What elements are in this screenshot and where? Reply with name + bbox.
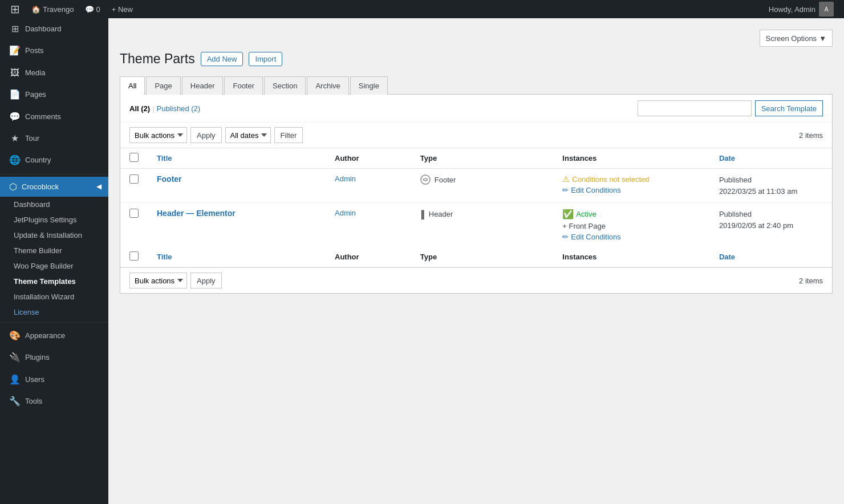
- tab-archive[interactable]: Archive: [307, 76, 348, 95]
- sidebar-item-theme-templates[interactable]: Theme Templates: [0, 274, 108, 289]
- sidebar-label-pages: Pages: [25, 90, 46, 100]
- row-author-footer: Admin: [326, 169, 411, 203]
- sidebar-label-media: Media: [25, 68, 45, 78]
- sidebar-item-update-install[interactable]: Update & Installation: [0, 227, 108, 243]
- sidebar-item-jetplugins[interactable]: JetPlugins Settings: [0, 212, 108, 227]
- sidebar-item-comments[interactable]: 💬 Comments: [0, 106, 108, 128]
- howdy-button[interactable]: Howdy, Admin A: [764, 0, 838, 18]
- table-footer-row: Title Author Type Instances Date: [120, 247, 832, 267]
- sidebar-divider-2: [0, 322, 108, 323]
- screen-options-label: Screen Options: [766, 34, 817, 43]
- sidebar-item-country[interactable]: 🌐 Country: [0, 149, 108, 171]
- sidebar-label-tour: Tour: [25, 133, 39, 144]
- tfoot-th-type: Type: [411, 247, 554, 267]
- media-icon: 🖼: [9, 67, 21, 79]
- row-instances-footer: ⚠ Conditions not selected ✏ Edit Conditi…: [553, 169, 710, 203]
- main-content: Screen Options ▼ Theme Parts Add New Imp…: [108, 18, 844, 504]
- sidebar-item-pages[interactable]: 📄 Pages: [0, 84, 108, 105]
- filter-all-link[interactable]: All (2): [129, 104, 150, 113]
- row-title-link-header[interactable]: Header — Elementor: [157, 209, 236, 218]
- sidebar-item-plugins[interactable]: 🔌 Plugins: [0, 347, 108, 368]
- search-input[interactable]: [638, 100, 752, 116]
- sidebar-label-appearance: Appearance: [25, 331, 65, 341]
- add-new-button[interactable]: Add New: [201, 52, 244, 66]
- check-icon: ✅: [562, 209, 574, 220]
- sidebar-item-tools[interactable]: 🔧 Tools: [0, 391, 108, 412]
- screen-options-bar: Screen Options ▼: [120, 30, 833, 47]
- tfoot-th-title[interactable]: Title: [148, 247, 326, 267]
- wp-logo-button[interactable]: ⊞: [6, 0, 25, 18]
- search-template-button[interactable]: Search Template: [755, 100, 823, 116]
- comments-count: 0: [96, 5, 100, 14]
- author-link-footer[interactable]: Admin: [335, 174, 356, 183]
- sidebar-item-media[interactable]: 🖼 Media: [0, 62, 108, 84]
- type-icon-footer: Footer: [420, 174, 456, 185]
- tab-page[interactable]: Page: [146, 76, 180, 95]
- row-date-footer: Published 2022/03/25 at 11:03 am: [710, 169, 832, 203]
- import-button[interactable]: Import: [249, 52, 282, 66]
- sidebar-item-appearance[interactable]: 🎨 Appearance: [0, 325, 108, 347]
- comments-icon: 💬: [9, 111, 21, 123]
- select-all-footer-checkbox[interactable]: [129, 251, 139, 261]
- row-type-header: ‖ Header: [411, 203, 554, 247]
- comment-icon: 💬: [85, 5, 94, 14]
- tab-single[interactable]: Single: [350, 76, 388, 95]
- dashboard-icon: ⊞: [9, 23, 21, 35]
- row-select-footer[interactable]: [129, 174, 139, 184]
- sidebar-item-users[interactable]: 👤 Users: [0, 369, 108, 391]
- page-header: Theme Parts Add New Import: [120, 51, 833, 67]
- edit-conditions-link-footer[interactable]: ✏ Edit Conditions: [562, 186, 701, 194]
- chevron-left-icon: ◀: [96, 182, 102, 190]
- th-type: Type: [411, 148, 554, 169]
- sidebar-item-tour[interactable]: ★ Tour: [0, 128, 108, 149]
- author-link-header[interactable]: Admin: [335, 209, 356, 217]
- bulk-actions-select[interactable]: Bulk actions: [129, 127, 187, 143]
- comments-button[interactable]: 💬 0: [80, 0, 104, 18]
- row-type-footer: Footer: [411, 169, 554, 203]
- site-name-label: Travengo: [43, 5, 74, 14]
- row-title-link-footer[interactable]: Footer: [157, 174, 182, 184]
- select-all-checkbox[interactable]: [129, 153, 139, 162]
- tab-all[interactable]: All: [120, 76, 145, 95]
- crocoblock-submenu: Dashboard JetPlugins Settings Update & I…: [0, 197, 108, 320]
- tab-section[interactable]: Section: [264, 76, 306, 95]
- site-name-button[interactable]: 🏠 Travengo: [27, 0, 78, 18]
- edit-conditions-link-header[interactable]: ✏ Edit Conditions: [562, 233, 701, 241]
- instances-active-header: ✅ Active: [562, 209, 701, 220]
- top-toolbar: Bulk actions Apply All dates Filter 2 it…: [120, 123, 832, 148]
- row-checkbox-footer: [120, 169, 148, 203]
- sidebar-item-theme-builder[interactable]: Theme Builder: [0, 243, 108, 258]
- row-title-cell-header: Header — Elementor: [148, 203, 326, 247]
- sidebar-item-license[interactable]: License: [0, 304, 108, 320]
- date-filter-select[interactable]: All dates: [225, 127, 271, 143]
- bulk-apply-button[interactable]: Apply: [190, 127, 222, 143]
- th-checkbox: [120, 148, 148, 169]
- sidebar-item-cb-dashboard[interactable]: Dashboard: [0, 197, 108, 212]
- sidebar-item-woo-page-builder[interactable]: Woo Page Builder: [0, 258, 108, 274]
- tfoot-th-date[interactable]: Date: [710, 247, 832, 267]
- crocoblock-section-header[interactable]: ⬡ Crocoblock ◀: [0, 177, 108, 197]
- bottom-bulk-actions-select[interactable]: Bulk actions: [129, 273, 187, 288]
- avatar: A: [819, 2, 834, 17]
- th-title[interactable]: Title: [148, 148, 326, 169]
- sidebar-item-install-wizard[interactable]: Installation Wizard: [0, 289, 108, 304]
- sidebar-item-dashboard[interactable]: ⊞ Dashboard: [0, 18, 108, 40]
- tab-footer[interactable]: Footer: [224, 76, 263, 95]
- warning-icon: ⚠: [562, 174, 570, 184]
- sidebar-label-tools: Tools: [25, 396, 42, 407]
- new-label: + New: [112, 5, 133, 14]
- th-date[interactable]: Date: [710, 148, 832, 169]
- screen-options-button[interactable]: Screen Options ▼: [760, 30, 833, 47]
- filter-published-link[interactable]: Published (2): [157, 104, 201, 113]
- new-button[interactable]: + New: [107, 0, 137, 18]
- filter-divider: |: [152, 104, 154, 113]
- posts-icon: 📝: [9, 44, 21, 57]
- filter-button[interactable]: Filter: [274, 127, 303, 143]
- tfoot-checkbox: [120, 247, 148, 267]
- plugins-icon: 🔌: [9, 351, 21, 364]
- sidebar-item-posts[interactable]: 📝 Posts: [0, 40, 108, 62]
- item-count-top: 2 items: [799, 131, 823, 140]
- bottom-apply-button[interactable]: Apply: [190, 273, 222, 288]
- row-select-header[interactable]: [129, 209, 139, 218]
- tab-header[interactable]: Header: [182, 76, 224, 95]
